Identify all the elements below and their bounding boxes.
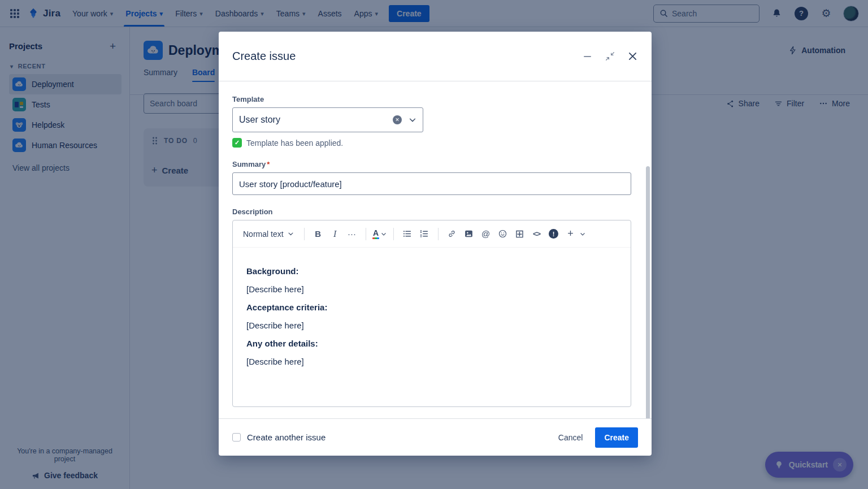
cancel-button[interactable]: Cancel <box>552 428 590 447</box>
info-panel-button[interactable]: ! <box>546 226 562 242</box>
code-button[interactable]: <> <box>529 226 545 242</box>
required-asterisk: * <box>267 160 270 168</box>
bold-button[interactable]: B <box>310 226 326 242</box>
text-color-button[interactable]: A <box>372 226 388 242</box>
clear-template-icon[interactable]: ✕ <box>393 115 402 124</box>
create-button[interactable]: Create <box>595 427 638 448</box>
template-selected-value: User story <box>239 115 280 125</box>
toolbar-separator <box>393 228 394 240</box>
collapse-icon[interactable] <box>604 51 615 62</box>
numbered-list-button[interactable] <box>416 226 432 242</box>
toolbar-separator <box>366 228 366 240</box>
chevron-down-icon <box>409 116 416 124</box>
description-paragraph: [Describe here] <box>246 321 617 330</box>
minimize-icon[interactable] <box>581 51 593 62</box>
chevron-down-icon[interactable] <box>580 231 585 237</box>
bullet-list-button[interactable] <box>400 226 415 242</box>
description-content[interactable]: Background: [Describe here] Acceptance c… <box>233 248 631 406</box>
editor-toolbar: Normal text B I ··· A <box>233 220 631 248</box>
summary-input[interactable] <box>232 172 631 195</box>
insert-more-button[interactable]: + <box>563 226 579 242</box>
template-select[interactable]: User story ✕ <box>232 107 423 132</box>
description-heading: Background: <box>246 266 299 276</box>
toolbar-separator <box>438 228 439 240</box>
description-heading: Any other details: <box>246 339 318 348</box>
description-heading: Acceptance criteria: <box>246 302 327 312</box>
create-another-issue-option[interactable]: Create another issue <box>232 432 326 442</box>
summary-field-label: Summary* <box>232 160 638 168</box>
italic-button[interactable]: I <box>327 226 343 242</box>
success-check-icon: ✓ <box>232 138 242 148</box>
description-paragraph: [Describe here] <box>246 357 617 366</box>
dialog-title: Create issue <box>232 50 296 63</box>
description-field-label: Description <box>232 207 638 216</box>
text-style-dropdown[interactable]: Normal text <box>238 227 298 241</box>
description-paragraph: [Describe here] <box>246 284 617 294</box>
chevron-down-icon <box>381 231 387 237</box>
template-field-label: Template <box>232 95 638 103</box>
template-applied-status: ✓ Template has been applied. <box>232 138 638 148</box>
create-another-checkbox[interactable] <box>232 433 241 442</box>
link-button[interactable] <box>444 226 460 242</box>
mention-button[interactable]: @ <box>478 226 494 242</box>
more-formatting-button[interactable]: ··· <box>344 226 360 242</box>
close-icon[interactable] <box>627 51 638 62</box>
insert-table-button[interactable]: ⊞ <box>512 226 528 242</box>
chevron-down-icon <box>288 231 294 237</box>
create-issue-dialog: Create issue Template User story ✕ ✓ Tem… <box>219 32 652 456</box>
emoji-button[interactable] <box>495 226 511 242</box>
toolbar-separator <box>304 228 305 240</box>
description-editor: Normal text B I ··· A <box>232 220 631 407</box>
dialog-scrollbar[interactable] <box>646 166 650 418</box>
insert-image-button[interactable] <box>461 226 477 242</box>
